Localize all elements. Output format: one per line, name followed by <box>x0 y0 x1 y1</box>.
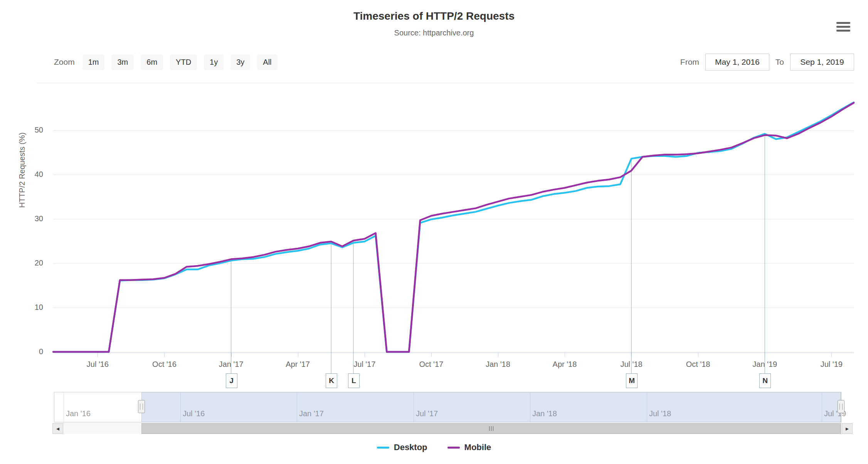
zoom-label: Zoom <box>54 57 75 67</box>
x-axis-label: Jan '18 <box>471 360 525 369</box>
navigator-handle-left[interactable] <box>138 400 145 413</box>
navigator-gridline <box>64 392 64 422</box>
legend-item-mobile[interactable]: Mobile <box>447 442 491 452</box>
legend-swatch-icon <box>377 447 389 449</box>
flag-marker-n[interactable]: N <box>759 373 771 388</box>
scrollbar-left-button[interactable]: ◄ <box>52 423 63 434</box>
chart-context-menu-button[interactable] <box>835 18 853 35</box>
chart-subtitle: Source: httparchive.org <box>0 29 868 37</box>
x-axis-tick <box>765 353 765 357</box>
x-axis-label: Apr '18 <box>538 360 592 369</box>
to-label: To <box>775 57 784 67</box>
legend-item-desktop[interactable]: Desktop <box>377 442 427 452</box>
hamburger-icon <box>836 22 851 32</box>
zoom-button-3y[interactable]: 3y <box>230 54 250 70</box>
x-axis-tick <box>831 353 832 357</box>
x-axis-tick <box>98 353 98 357</box>
zoom-button-all[interactable]: All <box>257 54 277 70</box>
x-axis-label: Apr '17 <box>271 360 325 369</box>
x-axis-tick <box>631 353 632 357</box>
y-gridline <box>53 308 854 308</box>
x-axis-tick <box>498 353 498 357</box>
flag-marker-k[interactable]: K <box>326 373 337 388</box>
x-axis-label: Oct '16 <box>137 360 191 369</box>
zoom-buttons-group: 1m3m6mYTD1y3yAll <box>82 54 284 70</box>
x-axis-label: Jul '18 <box>604 360 658 369</box>
zoom-button-6m[interactable]: 6m <box>141 54 163 70</box>
legend-label: Mobile <box>464 442 491 452</box>
from-date-input[interactable] <box>705 54 769 71</box>
x-axis-label: Oct '18 <box>671 360 725 369</box>
y-gridline <box>53 263 854 264</box>
zoom-button-1y[interactable]: 1y <box>204 54 224 70</box>
from-label: From <box>680 57 699 67</box>
y-axis-label: 0 <box>5 347 43 356</box>
legend-label: Desktop <box>394 442 427 452</box>
x-axis-label: Jan '19 <box>738 360 792 369</box>
y-gridline <box>53 219 854 219</box>
y-axis-label: 20 <box>5 259 43 267</box>
navigator-axis-label: Jan '16 <box>66 409 91 418</box>
y-gridline <box>53 175 854 175</box>
y-gridline <box>53 130 854 131</box>
x-axis-label: Jul '16 <box>71 360 124 369</box>
x-axis-label: Oct '17 <box>404 360 458 369</box>
zoom-button-3m[interactable]: 3m <box>111 54 134 70</box>
x-axis-line <box>53 353 854 353</box>
scrollbar-thumb[interactable] <box>141 423 841 434</box>
x-axis-label: Jul '17 <box>338 360 392 369</box>
x-axis-tick <box>164 353 165 357</box>
x-axis-tick <box>298 353 298 357</box>
scrollbar-grip-icon <box>488 426 494 431</box>
x-axis-tick <box>698 353 698 357</box>
x-axis-tick <box>231 353 232 357</box>
date-range-group: From To <box>674 54 854 71</box>
range-selector: Zoom 1m3m6mYTD1y3yAll From To <box>54 53 854 71</box>
navigator-handle-right[interactable] <box>838 400 844 413</box>
navigator-selected-range[interactable] <box>141 392 841 422</box>
zoom-button-ytd[interactable]: YTD <box>170 54 197 70</box>
flag-marker-j[interactable]: J <box>226 373 237 388</box>
to-date-input[interactable] <box>790 54 854 71</box>
x-axis-label: Jul '19 <box>804 360 858 369</box>
x-axis-tick <box>565 353 565 357</box>
scrollbar-right-button[interactable]: ► <box>842 423 853 434</box>
handle-grip-icon <box>839 403 843 410</box>
plot-top-border <box>37 83 854 83</box>
handle-grip-icon <box>140 403 143 410</box>
zoom-button-1m[interactable]: 1m <box>82 54 105 70</box>
desktop-series-line <box>53 103 854 352</box>
legend-swatch-icon <box>447 447 460 449</box>
y-axis-label: 10 <box>5 303 43 312</box>
http2-timeseries-chart: { "header": { "title": "Timeseries of HT… <box>0 0 868 464</box>
legend: DesktopMobile <box>0 442 868 452</box>
chart-title: Timeseries of HTTP/2 Requests <box>0 10 868 22</box>
left-arrow-icon: ◄ <box>56 426 61 432</box>
flag-marker-l[interactable]: L <box>348 373 360 388</box>
x-axis-tick <box>365 353 365 357</box>
x-axis-tick <box>431 353 432 357</box>
y-gridline <box>53 352 854 352</box>
mobile-series-line <box>53 103 854 352</box>
flag-marker-m[interactable]: M <box>626 373 638 388</box>
x-axis-label: Jan '17 <box>204 360 258 369</box>
y-axis-title: HTTP/2 Requests (%) <box>18 118 27 222</box>
right-arrow-icon: ► <box>845 426 850 432</box>
